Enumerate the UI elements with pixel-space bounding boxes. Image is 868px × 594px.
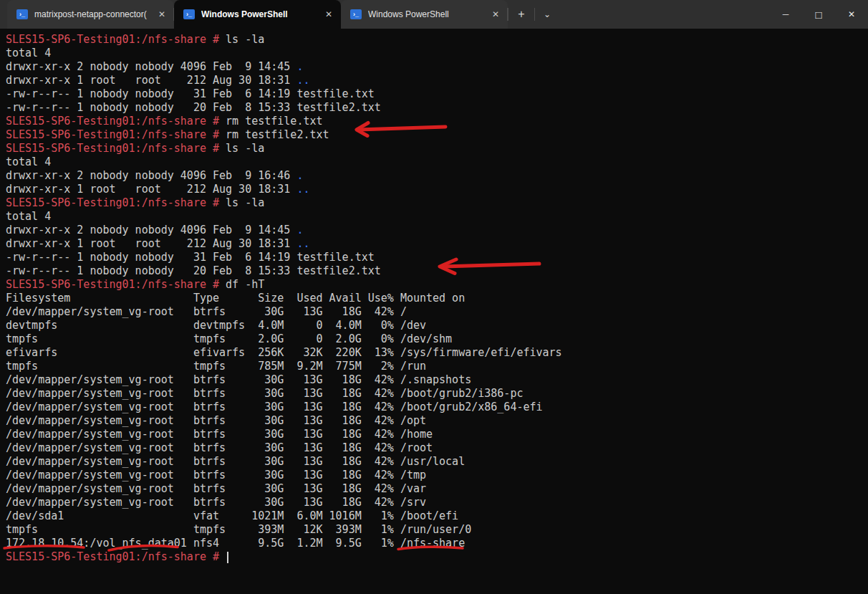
terminal-text: devtmpfs devtmpfs 4.0M 0 4.0M 0% /dev bbox=[6, 319, 426, 332]
directory-entry: . bbox=[296, 60, 303, 73]
terminal-text: total 4 bbox=[6, 155, 51, 168]
terminal-text: rm testfile.txt bbox=[226, 115, 322, 128]
shell-prompt: SLES15-SP6-Testing01:/nfs-share # bbox=[6, 550, 226, 563]
terminal-line: /dev/sda1 vfat 1021M 6.0M 1016M 1% /boot… bbox=[6, 509, 868, 523]
terminal-viewport[interactable]: SLES15-SP6-Testing01:/nfs-share # ls -la… bbox=[0, 29, 868, 594]
minimize-icon: ─ bbox=[783, 9, 789, 19]
terminal-line: /dev/mapper/system_vg-root btrfs 30G 13G… bbox=[6, 469, 868, 482]
terminal-line: efivarfs efivarfs 256K 32K 220K 13% /sys… bbox=[6, 346, 868, 360]
terminal-text: /dev/mapper/system_vg-root btrfs 30G 13G… bbox=[6, 373, 471, 386]
terminal-line: drwxr-xr-x 1 root root 212 Aug 30 18:31 … bbox=[6, 237, 868, 251]
terminal-text: df -hT bbox=[226, 278, 264, 291]
directory-entry: .. bbox=[296, 237, 309, 250]
terminal-tab[interactable]: ›_matrixpost-netapp-connector(✕ bbox=[7, 0, 174, 29]
terminal-line: tmpfs tmpfs 393M 12K 393M 1% /run/user/0 bbox=[6, 523, 868, 537]
terminal-text: ls -la bbox=[226, 196, 264, 209]
close-button[interactable]: ✕ bbox=[835, 0, 868, 29]
terminal-line: SLES15-SP6-Testing01:/nfs-share # rm tes… bbox=[6, 115, 868, 128]
terminal-text: Filesystem Type Size Used Avail Use% Mou… bbox=[6, 292, 465, 305]
terminal-line: devtmpfs devtmpfs 4.0M 0 4.0M 0% /dev bbox=[6, 319, 868, 332]
terminal-text: /dev/mapper/system_vg-root btrfs 30G 13G… bbox=[6, 305, 407, 318]
terminal-text: /dev/mapper/system_vg-root btrfs 30G 13G… bbox=[6, 482, 426, 495]
terminal-text: total 4 bbox=[6, 210, 51, 223]
terminal-line: total 4 bbox=[6, 155, 868, 169]
terminal-line: total 4 bbox=[6, 47, 868, 60]
terminal-tab[interactable]: ›_Windows PowerShell✕ bbox=[341, 0, 508, 29]
terminal-line: 172.18.10.54:/vol_nfs_data01 nfs4 9.5G 1… bbox=[6, 537, 868, 550]
shell-prompt: SLES15-SP6-Testing01:/nfs-share # bbox=[6, 142, 226, 155]
terminal-text: drwxr-xr-x 2 nobody nobody 4096 Feb 9 14… bbox=[6, 60, 296, 73]
shell-prompt: SLES15-SP6-Testing01:/nfs-share # bbox=[6, 115, 226, 128]
terminal-line: -rw-r--r-- 1 nobody nobody 20 Feb 8 15:3… bbox=[6, 101, 868, 115]
terminal-line: SLES15-SP6-Testing01:/nfs-share # ls -la bbox=[6, 196, 868, 210]
terminal-cursor bbox=[227, 552, 228, 563]
new-tab-button[interactable]: + bbox=[508, 0, 534, 29]
terminal-line: Filesystem Type Size Used Avail Use% Mou… bbox=[6, 292, 868, 305]
terminal-line: drwxr-xr-x 1 root root 212 Aug 30 18:31 … bbox=[6, 183, 868, 196]
terminal-text: /dev/mapper/system_vg-root btrfs 30G 13G… bbox=[6, 428, 433, 441]
app-window: { "titlebar": { "tabs": [ { "title": "ma… bbox=[0, 0, 868, 594]
terminal-line: tmpfs tmpfs 2.0G 0 2.0G 0% /dev/shm bbox=[6, 332, 868, 346]
tab-title: Windows PowerShell bbox=[368, 9, 481, 19]
terminal-text: 172.18.10.54:/vol_nfs_data01 nfs4 9.5G 1… bbox=[6, 537, 465, 550]
terminal-line: SLES15-SP6-Testing01:/nfs-share # bbox=[6, 550, 868, 564]
shell-prompt: SLES15-SP6-Testing01:/nfs-share # bbox=[6, 278, 226, 291]
terminal-text: efivarfs efivarfs 256K 32K 220K 13% /sys… bbox=[6, 346, 562, 359]
tab-close-icon[interactable]: ✕ bbox=[488, 8, 503, 21]
terminal-text: drwxr-xr-x 1 root root 212 Aug 30 18:31 bbox=[6, 237, 296, 250]
terminal-text: drwxr-xr-x 2 nobody nobody 4096 Feb 9 16… bbox=[6, 169, 296, 182]
terminal-line: drwxr-xr-x 2 nobody nobody 4096 Feb 9 14… bbox=[6, 224, 868, 237]
terminal-text: -rw-r--r-- 1 nobody nobody 20 Feb 8 15:3… bbox=[6, 264, 381, 277]
tab-title: matrixpost-netapp-connector( bbox=[34, 9, 148, 19]
tab-strip: ›_matrixpost-netapp-connector(✕›_Windows… bbox=[0, 0, 508, 29]
terminal-text: tmpfs tmpfs 785M 9.2M 775M 2% /run bbox=[6, 360, 426, 373]
terminal-text: /dev/mapper/system_vg-root btrfs 30G 13G… bbox=[6, 441, 433, 454]
terminal-text: /dev/mapper/system_vg-root btrfs 30G 13G… bbox=[6, 469, 426, 482]
tab-dropdown-button[interactable]: ⌄ bbox=[535, 0, 559, 29]
terminal-line: /dev/mapper/system_vg-root btrfs 30G 13G… bbox=[6, 428, 868, 441]
terminal-line: -rw-r--r-- 1 nobody nobody 20 Feb 8 15:3… bbox=[6, 264, 868, 278]
tab-close-icon[interactable]: ✕ bbox=[321, 8, 337, 21]
directory-entry: . bbox=[296, 169, 303, 182]
tab-title: Windows PowerShell bbox=[201, 9, 314, 19]
directory-entry: . bbox=[296, 224, 303, 236]
terminal-line: SLES15-SP6-Testing01:/nfs-share # ls -la bbox=[6, 142, 868, 155]
powershell-icon: ›_ bbox=[350, 9, 362, 19]
close-icon: ✕ bbox=[848, 9, 855, 19]
terminal-line: tmpfs tmpfs 785M 9.2M 775M 2% /run bbox=[6, 360, 868, 373]
terminal-text: total 4 bbox=[6, 47, 51, 59]
directory-entry: .. bbox=[296, 183, 309, 196]
terminal-text: /dev/mapper/system_vg-root btrfs 30G 13G… bbox=[6, 496, 426, 509]
terminal-line: /dev/mapper/system_vg-root btrfs 30G 13G… bbox=[6, 496, 868, 509]
terminal-text: drwxr-xr-x 1 root root 212 Aug 30 18:31 bbox=[6, 74, 296, 87]
terminal-text: -rw-r--r-- 1 nobody nobody 20 Feb 8 15:3… bbox=[6, 101, 381, 114]
terminal-text: tmpfs tmpfs 393M 12K 393M 1% /run/user/0 bbox=[6, 523, 471, 536]
terminal-line: SLES15-SP6-Testing01:/nfs-share # df -hT bbox=[6, 278, 868, 292]
terminal-line: /dev/mapper/system_vg-root btrfs 30G 13G… bbox=[6, 401, 868, 414]
terminal-line: SLES15-SP6-Testing01:/nfs-share # rm tes… bbox=[6, 128, 868, 142]
terminal-line: drwxr-xr-x 2 nobody nobody 4096 Feb 9 14… bbox=[6, 60, 868, 74]
maximize-icon: □ bbox=[815, 9, 821, 21]
terminal-line: /dev/mapper/system_vg-root btrfs 30G 13G… bbox=[6, 387, 868, 401]
terminal-tab[interactable]: ›_Windows PowerShell✕ bbox=[174, 0, 341, 29]
window-controls: ─ □ ✕ bbox=[769, 0, 868, 29]
terminal-text: drwxr-xr-x 2 nobody nobody 4096 Feb 9 14… bbox=[6, 224, 296, 236]
minimize-button[interactable]: ─ bbox=[769, 0, 802, 29]
terminal-text: /dev/mapper/system_vg-root btrfs 30G 13G… bbox=[6, 401, 543, 413]
terminal-line: -rw-r--r-- 1 nobody nobody 31 Feb 6 14:1… bbox=[6, 87, 868, 101]
terminal-text: /dev/mapper/system_vg-root btrfs 30G 13G… bbox=[6, 414, 426, 427]
terminal-text: -rw-r--r-- 1 nobody nobody 31 Feb 6 14:1… bbox=[6, 87, 375, 100]
shell-prompt: SLES15-SP6-Testing01:/nfs-share # bbox=[6, 33, 226, 46]
terminal-line: /dev/mapper/system_vg-root btrfs 30G 13G… bbox=[6, 441, 868, 455]
titlebar: ›_matrixpost-netapp-connector(✕›_Windows… bbox=[0, 0, 868, 29]
terminal-line: drwxr-xr-x 2 nobody nobody 4096 Feb 9 16… bbox=[6, 169, 868, 183]
terminal-text: /dev/sda1 vfat 1021M 6.0M 1016M 1% /boot… bbox=[6, 509, 458, 522]
maximize-button[interactable]: □ bbox=[802, 0, 835, 29]
tab-close-icon[interactable]: ✕ bbox=[154, 8, 170, 21]
shell-prompt: SLES15-SP6-Testing01:/nfs-share # bbox=[6, 196, 226, 209]
chevron-down-icon: ⌄ bbox=[544, 9, 551, 19]
terminal-text: ls -la bbox=[226, 33, 264, 46]
terminal-line: /dev/mapper/system_vg-root btrfs 30G 13G… bbox=[6, 305, 868, 319]
shell-prompt: SLES15-SP6-Testing01:/nfs-share # bbox=[6, 128, 226, 141]
terminal-text: -rw-r--r-- 1 nobody nobody 31 Feb 6 14:1… bbox=[6, 251, 375, 264]
